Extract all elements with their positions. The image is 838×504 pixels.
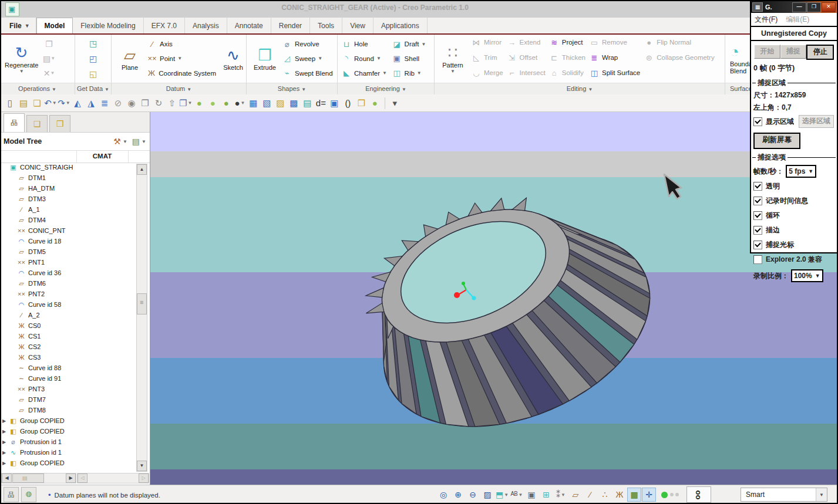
plane-display-button[interactable]: ▱ — [568, 488, 583, 502]
delete-button[interactable]: ✕▼ — [42, 67, 56, 80]
show-region-checkbox[interactable] — [753, 117, 762, 126]
save-copy-button[interactable]: ▨ — [274, 96, 287, 110]
tab-analysis[interactable]: Analysis — [185, 18, 227, 33]
appearance-gallery-button[interactable]: ● — [368, 96, 381, 110]
appearance-1-button[interactable]: ● — [193, 96, 206, 110]
axis-button[interactable]: ∕Axis — [147, 38, 216, 50]
appearance-dark-button[interactable]: ●▼ — [233, 96, 246, 110]
tree-settings-button[interactable]: ⚒▼ — [113, 137, 127, 146]
point-button[interactable]: ××Point▼ — [147, 52, 216, 65]
tree-item-conic-straigh[interactable]: ▣CONIC_STRAIGH — [0, 162, 136, 172]
expand-arrow-icon[interactable]: ▶ — [0, 439, 8, 445]
tab-folder-browser[interactable]: ❏ — [26, 115, 48, 132]
tree-item-ha-dtm[interactable]: ▱HA_DTM — [0, 183, 136, 194]
toolbar-overflow-button[interactable]: ▾ — [388, 96, 401, 110]
switch-dims-button[interactable]: () — [341, 96, 354, 110]
group-label-engineering[interactable]: Engineering ▼ — [338, 83, 434, 95]
rename-button[interactable]: ▤ — [301, 96, 314, 110]
tree-item-dtm7[interactable]: ▱DTM7 — [0, 394, 136, 405]
scroll-right-icon[interactable]: ▶ — [66, 473, 76, 483]
tree-item-dtm3[interactable]: ▱DTM3 — [0, 194, 136, 204]
tab-model[interactable]: Model — [36, 18, 73, 33]
expand-arrow-icon[interactable]: ▶ — [0, 461, 8, 466]
parameters-button[interactable]: ▣ — [328, 96, 341, 110]
-checkbox[interactable] — [753, 182, 762, 191]
cmat-column-header[interactable]: CMAT — [76, 153, 128, 160]
fps-combo[interactable]: 5 fps▼ — [786, 165, 816, 178]
axis-display-button[interactable]: ∕ — [583, 488, 597, 502]
scroll-left-icon[interactable]: ◀ — [2, 473, 12, 483]
tree-vertical-scrollbar[interactable]: ▲ ▼ — [136, 164, 147, 472]
layers-button[interactable]: ❐ — [139, 96, 152, 110]
stop-button[interactable]: 停止 — [806, 45, 834, 60]
menu-file[interactable]: 文件(F) — [755, 15, 778, 25]
save-backup-button[interactable]: ▩ — [287, 96, 300, 110]
tree-item-curve-id-88[interactable]: ∼Curve id 88 — [0, 363, 136, 373]
spin-button[interactable]: ↻ — [152, 96, 165, 110]
window-button[interactable]: ❐▼ — [179, 96, 192, 110]
restore-button[interactable]: ❐ — [807, 2, 821, 12]
paste-button[interactable]: ▤▼ — [42, 52, 56, 65]
annotations-button[interactable]: ᴬᴮ▼ — [510, 488, 524, 502]
group-label-shapes[interactable]: Shapes ▼ — [247, 83, 337, 95]
display-style-button[interactable]: ⬒▼ — [495, 488, 509, 502]
tree-item-pnt2[interactable]: ××PNT2 — [0, 289, 136, 299]
zoom-out-button[interactable]: ⊖ — [466, 488, 480, 502]
-checkbox[interactable] — [753, 226, 762, 235]
scroll-right-icon[interactable]: ▷ — [139, 473, 149, 483]
redo-button[interactable]: ↷▼ — [58, 96, 70, 110]
refit-button[interactable]: ◎ — [436, 488, 450, 502]
tree-item-curve-id-91[interactable]: ∼Curve id 91 — [0, 373, 136, 384]
rib-button[interactable]: ◫Rib▼ — [392, 67, 430, 80]
expand-arrow-icon[interactable]: ▶ — [0, 429, 8, 434]
zoom-in-button[interactable]: ⊕ — [451, 488, 465, 502]
minimize-button[interactable]: — — [792, 2, 806, 12]
copy-button[interactable]: ❐ — [42, 38, 56, 50]
setup-button[interactable]: ❒ — [355, 96, 368, 110]
copy-geometry-button[interactable]: ◱ — [86, 67, 100, 80]
repaint-button[interactable]: ▨ — [480, 488, 494, 502]
plane-button[interactable]: ▱ Plane — [114, 36, 146, 82]
tree-horizontal-scrollbar[interactable]: ◀ ▶ — [1, 473, 76, 483]
expand-arrow-icon[interactable]: ▶ — [0, 418, 8, 424]
tree-column-header[interactable]: CMAT — [0, 151, 150, 163]
group-label-datum[interactable]: Datum ▼ — [112, 83, 246, 95]
tab-efx-7-0[interactable]: EFX 7.0 — [144, 18, 185, 33]
save-as-button[interactable]: ▧ — [260, 96, 273, 110]
tree-item-curve-id-36[interactable]: ◠Curve id 36 — [0, 268, 136, 278]
appearance-3-button[interactable]: ● — [220, 96, 233, 110]
tree-item-pnt1[interactable]: ××PNT1 — [0, 257, 136, 268]
project-button[interactable]: ≋Project — [549, 36, 585, 49]
tree-item-group-copied[interactable]: ▶◧Group COPIED — [0, 426, 136, 437]
model-intent-button[interactable]: ◭ — [71, 96, 84, 110]
close-button[interactable]: ✕ — [822, 2, 836, 12]
point-display-button[interactable]: ∴ — [598, 488, 612, 502]
draft-button[interactable]: ◪Draft▼ — [392, 38, 430, 50]
explorer-2-0-checkbox[interactable] — [753, 255, 762, 264]
tree-item-cs1[interactable]: ЖCS1 — [0, 331, 136, 341]
tree-item-protrusion-id-1[interactable]: ▶∿Protrusion id 1 — [0, 447, 136, 458]
tree-item-curve-id-18[interactable]: ◠Curve id 18 — [0, 236, 136, 246]
hole-button[interactable]: ⊔Hole — [341, 38, 389, 50]
round-button[interactable]: ◝Round▼ — [341, 52, 389, 65]
group-label-editing[interactable]: Editing ▼ — [435, 83, 725, 95]
coordinate-system-button[interactable]: ЖCoordinate System — [147, 67, 216, 80]
datum-display-button[interactable]: ⁑▼ — [554, 488, 568, 502]
selection-filter-combo[interactable]: Smart ▼ — [741, 488, 827, 502]
tree-item-cs0[interactable]: ЖCS0 — [0, 320, 136, 331]
scroll-down-icon[interactable]: ▼ — [137, 461, 147, 471]
toggle-browser-button[interactable]: 🌐︎ — [21, 487, 36, 502]
tree-item-cs2[interactable]: ЖCS2 — [0, 341, 136, 352]
tree-item-pnt3[interactable]: ××PNT3 — [0, 384, 136, 394]
user-defined-feature-button[interactable]: ◰ — [86, 52, 100, 65]
tree-item-conic-pnt[interactable]: ××CONIC_PNT — [0, 225, 136, 236]
revolve-button[interactable]: ⌀Revolve — [282, 38, 333, 50]
swept-blend-button[interactable]: ⌁Swept Blend — [282, 67, 333, 80]
split-surface-button[interactable]: ◫Split Surface — [589, 66, 640, 79]
tab-applications[interactable]: Applications — [373, 18, 428, 33]
-checkbox[interactable] — [753, 211, 762, 220]
undo-button[interactable]: ↶▼ — [44, 96, 57, 110]
analysis-measure-button[interactable]: ◮ — [85, 96, 97, 110]
tab-flexible-modeling[interactable]: Flexible Modeling — [73, 18, 143, 33]
scroll-left-icon[interactable]: ◁ — [78, 473, 87, 483]
